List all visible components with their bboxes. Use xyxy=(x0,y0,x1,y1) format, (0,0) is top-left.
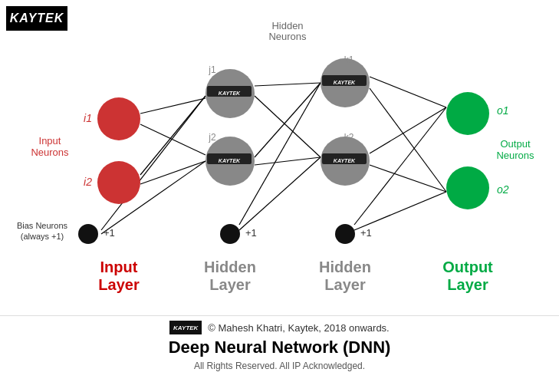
bias-neurons-label2: (always +1) xyxy=(21,232,64,241)
output-layer-label2: Layer xyxy=(447,276,488,293)
output-neurons-label2: Neurons xyxy=(496,150,534,161)
copyright-logo: KAYTEK xyxy=(169,321,202,334)
label-k2: k2 xyxy=(344,132,354,143)
svg-line-12 xyxy=(370,77,446,107)
hidden-layer1-label: Hidden xyxy=(204,259,256,275)
svg-line-14 xyxy=(370,107,446,153)
svg-line-8 xyxy=(255,83,321,157)
label-b1: +1 xyxy=(104,227,115,239)
hidden-layer1-label2: Layer xyxy=(209,276,251,293)
input-neurons-label2: Neurons xyxy=(31,147,69,158)
svg-line-13 xyxy=(370,88,446,192)
watermark-j2: KAYTEK xyxy=(219,158,241,163)
hidden-neurons-label: Hidden xyxy=(271,20,303,31)
svg-line-7 xyxy=(255,96,321,157)
input-layer-label: Input xyxy=(100,259,138,275)
hidden-layer2-label: Hidden xyxy=(319,259,371,275)
node-b1 xyxy=(78,224,98,244)
svg-line-1 xyxy=(140,124,206,155)
hidden-layer2-label2: Layer xyxy=(324,276,366,293)
node-i2 xyxy=(97,161,140,204)
output-layer-label: Output xyxy=(442,259,493,275)
svg-line-3 xyxy=(140,161,206,184)
label-o1: o1 xyxy=(497,104,509,117)
watermark-j1: KAYTEK xyxy=(219,91,241,96)
watermark-k2: KAYTEK xyxy=(334,158,356,163)
node-o2 xyxy=(446,166,489,209)
label-k1: k1 xyxy=(344,54,354,65)
bottom-section: KAYTEK © Mahesh Khatri, Kaytek, 2018 onw… xyxy=(0,315,559,392)
label-j1: j1 xyxy=(208,64,216,75)
label-o2: o2 xyxy=(497,183,509,196)
output-neurons-label: Output xyxy=(500,138,530,150)
copyright-logo-text: KAYTEK xyxy=(173,324,198,331)
watermark-k1: KAYTEK xyxy=(334,80,356,85)
dnn-title: Deep Neural Network (DNN) xyxy=(169,338,391,357)
bias-neurons-label: Bias Neurons xyxy=(17,221,68,230)
node-b3 xyxy=(335,224,355,244)
hidden-neurons-label2: Neurons xyxy=(268,31,307,42)
label-i1: i1 xyxy=(84,112,92,124)
node-i1 xyxy=(97,97,140,140)
svg-line-9 xyxy=(255,157,321,165)
svg-line-6 xyxy=(255,83,321,86)
copyright-line: KAYTEK © Mahesh Khatri, Kaytek, 2018 onw… xyxy=(169,321,389,334)
label-b3: +1 xyxy=(360,227,372,239)
input-layer-label2: Layer xyxy=(98,276,140,293)
copyright-text: © Mahesh Khatri, Kaytek, 2018 onwards. xyxy=(208,322,389,334)
svg-line-0 xyxy=(140,98,206,114)
node-b2 xyxy=(220,224,240,244)
svg-line-15 xyxy=(370,165,446,192)
svg-line-17 xyxy=(354,192,446,230)
label-i2: i2 xyxy=(84,176,92,188)
node-o1 xyxy=(446,92,489,135)
input-neurons-label: Input xyxy=(39,135,61,147)
main-container: KAYTEK Hidden Neurons i1 i2 xyxy=(0,0,559,392)
label-j2: j2 xyxy=(208,132,216,143)
rights-text: All Rights Reserved. All IP Acknowledged… xyxy=(194,361,365,371)
label-b2: +1 xyxy=(245,227,257,239)
neural-network-diagram: Hidden Neurons i1 i2 +1 Input xyxy=(0,0,559,322)
